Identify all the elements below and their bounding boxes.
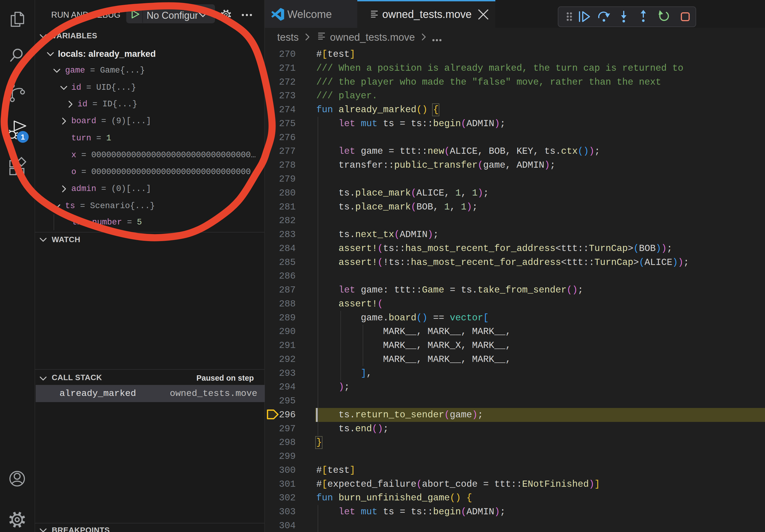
svg-text:1: 1 bbox=[21, 133, 25, 141]
